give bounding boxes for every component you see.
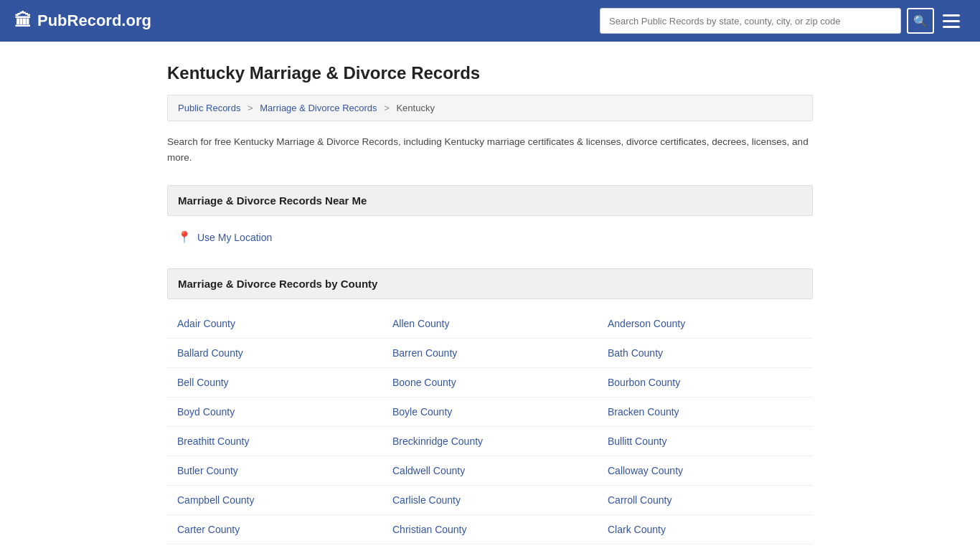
search-icon: 🔍 [913, 14, 928, 28]
county-link[interactable]: Bell County [167, 368, 382, 397]
county-link[interactable]: Ballard County [167, 339, 382, 368]
county-link[interactable]: Adair County [167, 309, 382, 339]
county-link[interactable]: Caldwell County [382, 456, 598, 486]
breadcrumb-separator: > [248, 103, 253, 113]
county-link[interactable]: Anderson County [598, 309, 813, 339]
page-description: Search for free Kentucky Marriage & Divo… [167, 134, 813, 165]
county-link[interactable]: Clark County [598, 515, 813, 545]
county-link[interactable]: Bath County [598, 339, 813, 368]
search-input[interactable] [600, 8, 901, 34]
near-me-section-header: Marriage & Divorce Records Near Me [167, 185, 813, 216]
county-link[interactable]: Crittenden County [598, 545, 813, 551]
county-link[interactable]: Christian County [382, 515, 598, 545]
hamburger-menu-button[interactable] [940, 8, 966, 34]
county-link[interactable]: Butler County [167, 456, 382, 486]
county-link[interactable]: Boyd County [167, 397, 382, 427]
county-link[interactable]: Clinton County [382, 545, 598, 551]
county-section-header: Marriage & Divorce Records by County [167, 268, 813, 299]
county-link[interactable]: Barren County [382, 339, 598, 368]
breadcrumb-separator: > [384, 103, 390, 113]
page-title: Kentucky Marriage & Divorce Records [167, 63, 813, 83]
site-logo[interactable]: 🏛 PubRecord.org [14, 11, 151, 31]
county-link[interactable]: Breathitt County [167, 427, 382, 456]
use-location-link[interactable]: 📍 Use My Location [167, 226, 813, 248]
county-link[interactable]: Boone County [382, 368, 598, 397]
near-me-section: Marriage & Divorce Records Near Me 📍 Use… [167, 185, 813, 248]
county-link[interactable]: Carlisle County [382, 486, 598, 515]
hamburger-line [943, 14, 960, 17]
county-link[interactable]: Boyle County [382, 397, 598, 427]
breadcrumb-current: Kentucky [396, 103, 434, 113]
logo-text: PubRecord.org [37, 11, 151, 30]
hamburger-line [943, 20, 960, 22]
location-icon: 📍 [177, 230, 192, 244]
main-content: Kentucky Marriage & Divorce Records Publ… [153, 42, 827, 551]
site-header: 🏛 PubRecord.org 🔍 [0, 0, 980, 42]
county-link[interactable]: Carroll County [598, 486, 813, 515]
county-link[interactable]: Campbell County [167, 486, 382, 515]
county-section: Marriage & Divorce Records by County Ada… [167, 268, 813, 551]
county-link[interactable]: Bourbon County [598, 368, 813, 397]
breadcrumb: Public Records > Marriage & Divorce Reco… [167, 95, 813, 121]
county-grid: Adair CountyAllen CountyAnderson CountyB… [167, 309, 813, 551]
breadcrumb-link-public-records[interactable]: Public Records [178, 103, 240, 113]
county-link[interactable]: Bracken County [598, 397, 813, 427]
breadcrumb-link-marriage-records[interactable]: Marriage & Divorce Records [260, 103, 377, 113]
county-link[interactable]: Carter County [167, 515, 382, 545]
building-icon: 🏛 [14, 11, 32, 31]
search-button[interactable]: 🔍 [907, 8, 934, 34]
county-link[interactable]: Breckinridge County [382, 427, 598, 456]
county-link[interactable]: Clay County [167, 545, 382, 551]
search-area: 🔍 [600, 8, 966, 34]
hamburger-line [943, 26, 960, 28]
county-link[interactable]: Bullitt County [598, 427, 813, 456]
use-location-label: Use My Location [197, 232, 272, 243]
county-link[interactable]: Allen County [382, 309, 598, 339]
county-link[interactable]: Calloway County [598, 456, 813, 486]
